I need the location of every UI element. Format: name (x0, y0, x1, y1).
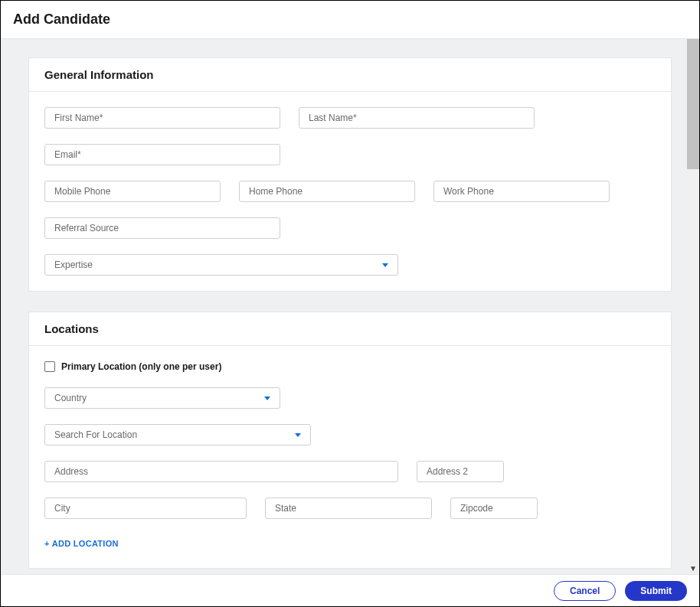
locations-card-body: Primary Location (only one per user) Cou… (29, 346, 671, 568)
search-location-label: Search For Location (54, 429, 137, 440)
row-phones (44, 181, 656, 202)
primary-location-checkbox[interactable] (44, 361, 55, 372)
address2-field[interactable] (417, 461, 504, 482)
country-select[interactable]: Country (44, 387, 280, 409)
locations-section-title: Locations (44, 322, 656, 335)
page-title: Add Candidate (13, 11, 687, 28)
expertise-select[interactable]: Expertise (44, 254, 398, 276)
zipcode-field[interactable] (450, 498, 538, 519)
row-expertise: Expertise (44, 254, 656, 276)
expertise-label: Expertise (54, 259, 93, 270)
locations-card-header: Locations (29, 312, 671, 346)
primary-location-row: Primary Location (only one per user) (44, 361, 656, 372)
caret-down-icon (295, 433, 301, 437)
email-field[interactable] (44, 144, 280, 165)
caret-down-icon (264, 397, 270, 400)
row-add-location: + ADD LOCATION (44, 534, 656, 553)
referral-source-field[interactable] (44, 217, 280, 239)
primary-location-label: Primary Location (only one per user) (61, 361, 221, 372)
work-phone-field[interactable] (433, 181, 610, 202)
address-field[interactable] (44, 461, 398, 482)
first-name-field[interactable] (44, 107, 280, 129)
general-information-card: General Information Expertise (28, 57, 672, 292)
footer-bar: Cancel Submit (1, 574, 699, 606)
row-country: Country (44, 387, 656, 409)
state-field[interactable] (265, 498, 432, 519)
search-location-select[interactable]: Search For Location (44, 424, 311, 445)
country-label: Country (54, 393, 87, 403)
row-address (44, 461, 656, 482)
caret-down-icon (382, 263, 388, 267)
last-name-field[interactable] (299, 107, 535, 129)
general-section-title: General Information (44, 68, 656, 81)
general-card-body: Expertise (29, 92, 671, 291)
row-referral (44, 217, 656, 239)
home-phone-field[interactable] (239, 181, 415, 202)
scrollbar-down-icon[interactable]: ▼ (687, 562, 699, 574)
cancel-button[interactable]: Cancel (554, 581, 616, 601)
submit-button[interactable]: Submit (625, 581, 687, 601)
row-email (44, 144, 656, 165)
mobile-phone-field[interactable] (44, 181, 221, 202)
city-field[interactable] (44, 498, 247, 519)
row-search-location: Search For Location (44, 424, 656, 445)
general-card-header: General Information (29, 58, 671, 92)
locations-card: Locations Primary Location (only one per… (28, 312, 672, 569)
row-city-state-zip (44, 498, 656, 519)
row-name (44, 107, 656, 129)
content-area: General Information Expertise (1, 39, 699, 574)
scrollbar-thumb[interactable] (687, 39, 699, 169)
add-location-button[interactable]: + ADD LOCATION (44, 534, 119, 553)
page-header: Add Candidate (1, 1, 699, 39)
